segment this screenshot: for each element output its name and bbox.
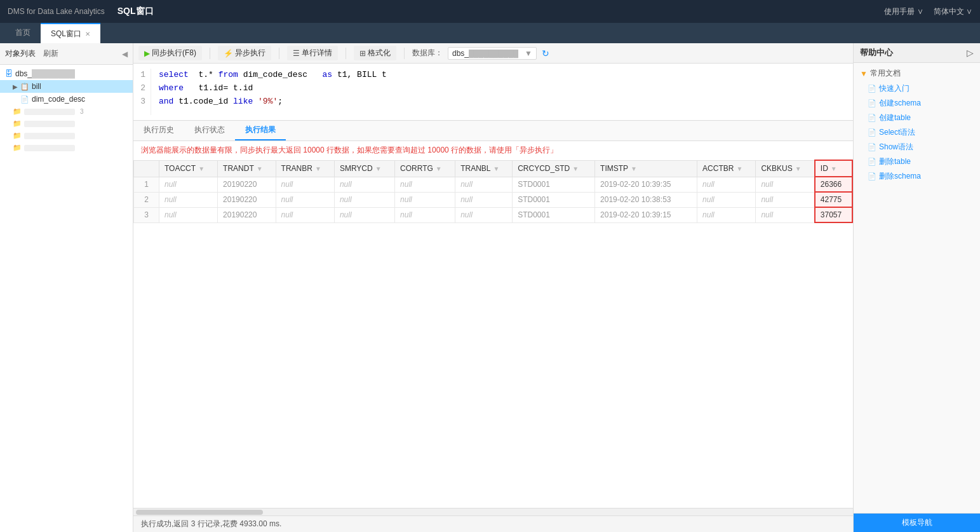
- sync-execute-btn[interactable]: ▶ 同步执行(F8): [138, 46, 202, 60]
- format-label: 格式化: [368, 48, 391, 58]
- td-trandt-3: 20190220: [218, 207, 276, 222]
- format-btn[interactable]: ⊞ 格式化: [354, 46, 396, 60]
- detail-icon: ☰: [293, 49, 300, 58]
- th-toacct[interactable]: TOACCT ▼: [159, 160, 218, 177]
- db-select-box[interactable]: dbs_██████████ ▼: [448, 47, 537, 60]
- th-tranbr[interactable]: TRANBR ▼: [276, 160, 334, 177]
- result-table-container[interactable]: TOACCT ▼ TRANDT ▼ TRANBR ▼ SMRYCD ▼ CORR…: [133, 160, 853, 508]
- help-item-label-3: 创建table: [879, 113, 911, 123]
- doc-icon-7: 📄: [868, 172, 876, 181]
- folder-icon-docs: ▼: [860, 69, 868, 78]
- help-item-drop-table[interactable]: 📄 删除table: [854, 154, 980, 169]
- th-smrycd[interactable]: SMRYCD ▼: [334, 160, 394, 177]
- tree-item-folder4[interactable]: 📁: [0, 142, 133, 154]
- help-item-label-4: Select语法: [879, 127, 915, 138]
- tab-home[interactable]: 首页: [5, 23, 41, 43]
- td-crcycd-1: STD0001: [513, 177, 595, 192]
- th-timstp[interactable]: TIMSTP ▼: [595, 160, 697, 177]
- scrollbar-thumb[interactable]: [136, 510, 263, 515]
- code-content[interactable]: select t.* from dim_code_desc as t1, BIL…: [151, 69, 853, 115]
- tree-item-db[interactable]: 🗄 dbs_████████: [0, 67, 133, 80]
- help-panel: 帮助中心 ▷ ▼ 常用文档 📄 快速入门 📄 创建schema 📄 创建tabl…: [853, 43, 980, 532]
- doc-icon-4: 📄: [868, 128, 876, 137]
- th-ckbkus[interactable]: CKBKUS ▼: [756, 160, 815, 177]
- toolbar: ▶ 同步执行(F8) ⚡ 异步执行 ☰ 单行详情 ⊞ 格式化 数据库：: [133, 43, 853, 64]
- sidebar-chevron-left[interactable]: ◀: [122, 50, 128, 58]
- tree-item-folder3[interactable]: 📁: [0, 130, 133, 142]
- tab-sql-close[interactable]: ✕: [85, 31, 90, 38]
- help-expand-btn[interactable]: ▷: [967, 48, 974, 58]
- sep3: [346, 48, 346, 59]
- db-icon: 🗄: [5, 69, 13, 78]
- sort-icon-tranbl[interactable]: ▼: [493, 165, 499, 172]
- content-area: ▶ 同步执行(F8) ⚡ 异步执行 ☰ 单行详情 ⊞ 格式化 数据库：: [133, 43, 853, 532]
- th-corrtg[interactable]: CORRTG ▼: [395, 160, 455, 177]
- sort-icon-corrtg[interactable]: ▼: [436, 165, 442, 172]
- help-item-select-syntax[interactable]: 📄 Select语法: [854, 125, 980, 140]
- td-ckbkus-1: null: [756, 177, 815, 192]
- help-item-create-schema[interactable]: 📄 创建schema: [854, 96, 980, 111]
- th-id[interactable]: ID ▼: [815, 160, 852, 177]
- db-label: 数据库：: [412, 48, 443, 58]
- help-item-create-table[interactable]: 📄 创建table: [854, 111, 980, 125]
- sync-icon: ▶: [144, 49, 150, 58]
- row-detail-btn[interactable]: ☰ 单行详情: [287, 46, 338, 60]
- tree-item-folder2[interactable]: 📁: [0, 118, 133, 130]
- td-smrycd-2: null: [334, 192, 394, 207]
- horizontal-scrollbar[interactable]: [133, 508, 853, 515]
- help-section-docs-title[interactable]: ▼ 常用文档: [854, 65, 980, 81]
- td-toacct-1: null: [159, 177, 218, 192]
- sort-icon-timstp[interactable]: ▼: [631, 165, 637, 172]
- td-tranbr-2: null: [276, 192, 334, 207]
- table-row: 1 null 20190220 null null null null STD0…: [134, 177, 853, 192]
- db-select-arrow: ▼: [525, 49, 532, 58]
- sort-icon-ckbkus[interactable]: ▼: [795, 165, 802, 172]
- tree-item-bill[interactable]: ▶ 📋 bill: [0, 80, 133, 93]
- doc-icon-1: 📄: [868, 85, 876, 93]
- help-footer-btn[interactable]: 模板导航: [854, 513, 980, 532]
- tree-item-folder1[interactable]: 📁 3: [0, 106, 133, 118]
- sort-icon-trandt[interactable]: ▼: [257, 165, 263, 172]
- window-title: SQL窗口: [117, 6, 885, 17]
- section-docs-label: 常用文档: [870, 68, 901, 79]
- th-trandt[interactable]: TRANDT ▼: [218, 160, 276, 177]
- sidebar: 对象列表 刷新 ◀ 🗄 dbs_████████ ▶ 📋 bill 📄 dim_…: [0, 43, 133, 532]
- tree-blurred-4: [24, 145, 75, 151]
- th-crcycd-std[interactable]: CRCYCD_STD ▼: [513, 160, 595, 177]
- sort-icon-tranbr[interactable]: ▼: [315, 165, 321, 172]
- code-editor[interactable]: 1 2 3 select t.* from dim_code_desc as t…: [133, 64, 853, 121]
- sort-icon-smrycd[interactable]: ▼: [375, 165, 382, 172]
- tab-exec-status[interactable]: 执行状态: [184, 121, 235, 140]
- table-icon-bill: 📋: [20, 83, 29, 91]
- help-item-label-7: 删除schema: [879, 171, 921, 182]
- title-bar: DMS for Data Lake Analytics SQL窗口 使用手册 ∨…: [0, 0, 980, 23]
- sort-icon-acctbr[interactable]: ▼: [736, 165, 742, 172]
- sort-icon-toacct[interactable]: ▼: [198, 165, 205, 172]
- tab-exec-history[interactable]: 执行历史: [133, 121, 184, 140]
- db-selector[interactable]: dbs_██████████ ▼: [448, 47, 537, 60]
- help-item-quickstart[interactable]: 📄 快速入门: [854, 81, 980, 96]
- td-trandt-1: 20190220: [218, 177, 276, 192]
- td-ckbkus-3: null: [756, 207, 815, 222]
- tab-sql[interactable]: SQL窗口 ✕: [41, 23, 100, 43]
- tree-item-dim[interactable]: 📄 dim_code_desc: [0, 93, 133, 106]
- help-link[interactable]: 使用手册 ∨: [884, 6, 923, 17]
- sidebar-refresh-btn[interactable]: 刷新: [41, 47, 61, 60]
- help-header: 帮助中心 ▷: [854, 43, 980, 63]
- tab-exec-result[interactable]: 执行结果: [235, 121, 286, 140]
- td-toacct-2: null: [159, 192, 218, 207]
- td-ckbkus-2: null: [756, 192, 815, 207]
- sort-icon-id[interactable]: ▼: [831, 165, 837, 172]
- td-smrycd-3: null: [334, 207, 394, 222]
- sort-icon-crcycd[interactable]: ▼: [572, 165, 579, 172]
- lang-link[interactable]: 简体中文 ∨: [934, 6, 972, 17]
- help-item-drop-schema[interactable]: 📄 删除schema: [854, 169, 980, 184]
- toolbar-refresh-btn[interactable]: ↻: [542, 48, 549, 58]
- td-trandt-2: 20190220: [218, 192, 276, 207]
- async-execute-btn[interactable]: ⚡ 异步执行: [218, 46, 271, 60]
- tree-dim-label: dim_code_desc: [32, 95, 85, 104]
- th-tranbl[interactable]: TRANBL ▼: [455, 160, 513, 177]
- help-title: 帮助中心: [860, 47, 893, 58]
- help-item-show-syntax[interactable]: 📄 Show语法: [854, 140, 980, 154]
- th-acctbr[interactable]: ACCTBR ▼: [697, 160, 756, 177]
